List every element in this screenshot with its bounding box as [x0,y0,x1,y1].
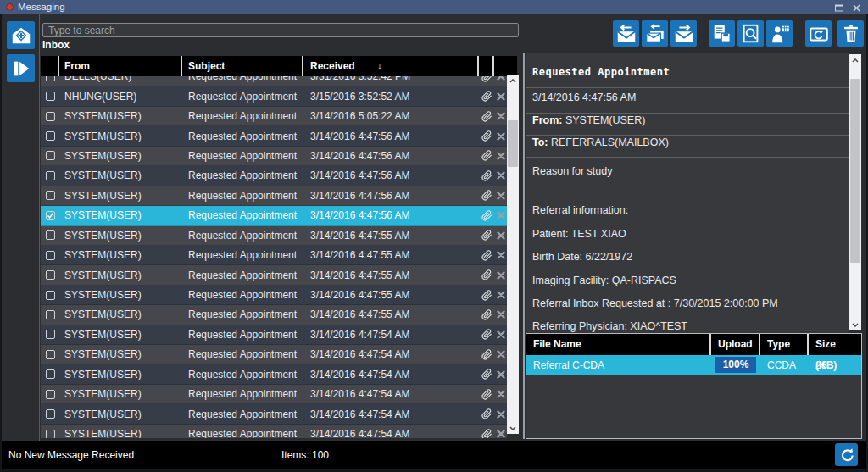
table-row[interactable]: SYSTEM(USER) Requested Appointment 3/14/… [41,425,507,438]
row-checkbox[interactable] [46,112,55,121]
remove-row-button[interactable] [494,370,507,379]
reply-button[interactable] [613,20,639,47]
delete-button[interactable] [837,20,864,47]
remove-row-button[interactable] [494,330,507,339]
row-checkbox[interactable] [46,251,55,260]
row-received: 3/31/2016 3:52:42 PM [303,76,479,82]
inbox-scrollbar[interactable] [507,75,519,434]
row-checkbox[interactable] [46,350,55,359]
table-row[interactable]: SYSTEM(USER) Requested Appointment 3/14/… [41,265,507,285]
divider [526,157,849,158]
refresh-button[interactable] [835,443,858,466]
remove-row-button[interactable] [494,92,507,101]
row-checkbox[interactable] [46,151,55,160]
table-row[interactable]: SYSTEM(USER) Requested Appointment 3/14/… [41,107,507,126]
table-row[interactable]: SYSTEM(USER) Requested Appointment 3/14/… [41,385,507,404]
row-checkbox[interactable] [46,92,55,101]
scroll-down-icon[interactable] [507,422,519,434]
row-subject: Requested Appointment [182,388,303,400]
header-subject[interactable]: Subject [182,56,303,76]
scroll-up-icon[interactable] [507,75,519,86]
maximize-button[interactable] [833,3,845,13]
search-input[interactable] [42,23,519,37]
row-checkbox[interactable] [46,211,55,220]
table-row[interactable]: SYSTEM(USER) Requested Appointment 3/14/… [41,246,507,265]
row-checkbox[interactable] [46,76,55,81]
close-button[interactable] [850,3,862,13]
scroll-down-icon[interactable] [849,319,861,330]
remove-row-button[interactable] [494,112,507,120]
remove-row-button[interactable] [494,271,507,280]
row-from: SYSTEM(USER) [59,308,182,320]
table-row[interactable]: SYSTEM(USER) Requested Appointment 3/14/… [41,365,507,385]
restore-button[interactable] [805,20,832,47]
forward-button[interactable] [670,20,697,47]
table-row[interactable]: SYSTEM(USER) Requested Appointment 3/14/… [41,126,507,146]
expand-panel-button[interactable] [7,54,35,82]
table-row[interactable]: SYSTEM(USER) Requested Appointment 3/14/… [41,206,507,225]
table-row[interactable]: NHUNG(USER) Requested Appointment 3/15/2… [41,86,507,106]
remove-icon [497,390,505,398]
table-row[interactable]: SYSTEM(USER) Requested Appointment 3/14/… [41,286,507,305]
row-checkbox[interactable] [46,270,55,280]
inbox-scrollbar-thumb[interactable] [508,120,518,167]
row-checkbox[interactable] [46,171,55,180]
scroll-up-icon[interactable] [849,54,861,66]
attachment-row[interactable]: Referral C-CDA 100% CCDA 28 [526,355,861,375]
remove-row-button[interactable] [494,152,507,160]
remove-row-button[interactable] [494,211,507,219]
remove-row-button[interactable] [494,310,507,319]
row-checkbox[interactable] [46,291,55,300]
remove-row-button[interactable] [494,251,507,259]
new-message-button[interactable] [7,21,35,49]
row-checkbox[interactable] [46,390,55,399]
attachment-size: 28 [809,359,860,371]
row-checkbox-cell [41,191,59,200]
table-row[interactable]: DELLS(USER) Requested Appointment 3/31/2… [41,76,507,86]
remove-row-button[interactable] [494,291,507,299]
row-subject: Requested Appointment [182,369,303,380]
row-checkbox[interactable] [46,430,55,438]
header-received[interactable]: Received↓ [303,56,479,76]
paperclip-icon [479,111,494,122]
message-toolbar [613,20,864,47]
remove-row-button[interactable] [494,390,507,398]
row-checkbox[interactable] [46,310,55,319]
table-row[interactable]: SYSTEM(USER) Requested Appointment 3/14/… [41,404,507,424]
table-row[interactable]: SYSTEM(USER) Requested Appointment 3/14/… [41,345,507,364]
table-row[interactable]: SYSTEM(USER) Requested Appointment 3/14/… [41,325,507,345]
remove-row-button[interactable] [494,171,507,180]
table-row[interactable]: SYSTEM(USER) Requested Appointment 3/14/… [41,305,507,325]
remove-row-button[interactable] [494,430,507,438]
remove-row-button[interactable] [494,410,507,419]
save-message-button[interactable] [709,20,735,47]
remove-row-button[interactable] [494,76,507,81]
row-checkbox[interactable] [46,369,55,379]
table-row[interactable]: SYSTEM(USER) Requested Appointment 3/14/… [41,166,507,186]
reply-icon [615,23,637,45]
table-row[interactable]: SYSTEM(USER) Requested Appointment 3/14/… [41,147,507,166]
preview-button[interactable] [737,20,764,47]
remove-icon [497,192,505,200]
remove-row-button[interactable] [494,231,507,240]
row-received: 3/14/2016 4:47:55 AM [303,308,479,320]
detail-scrollbar-thumb[interactable] [850,79,860,263]
row-checkbox[interactable] [46,230,55,240]
row-received: 3/14/2016 4:47:56 AM [303,209,479,221]
detail-to-label: To: [532,136,548,148]
remove-row-button[interactable] [494,350,507,358]
table-row[interactable]: SYSTEM(USER) Requested Appointment 3/14/… [41,186,507,206]
paperclip-icon [479,76,494,82]
header-from[interactable]: From [59,56,182,76]
reply-all-button[interactable] [642,20,668,47]
patient-details-button[interactable] [766,20,793,47]
remove-row-button[interactable] [494,192,507,200]
row-checkbox[interactable] [46,131,55,141]
row-checkbox[interactable] [46,409,55,419]
remove-row-button[interactable] [494,132,507,141]
table-row[interactable]: SYSTEM(USER) Requested Appointment 3/14/… [41,226,507,246]
detail-scrollbar[interactable] [849,54,861,330]
row-checkbox[interactable] [46,191,55,200]
row-checkbox-cell [41,409,59,419]
row-checkbox[interactable] [46,330,55,339]
